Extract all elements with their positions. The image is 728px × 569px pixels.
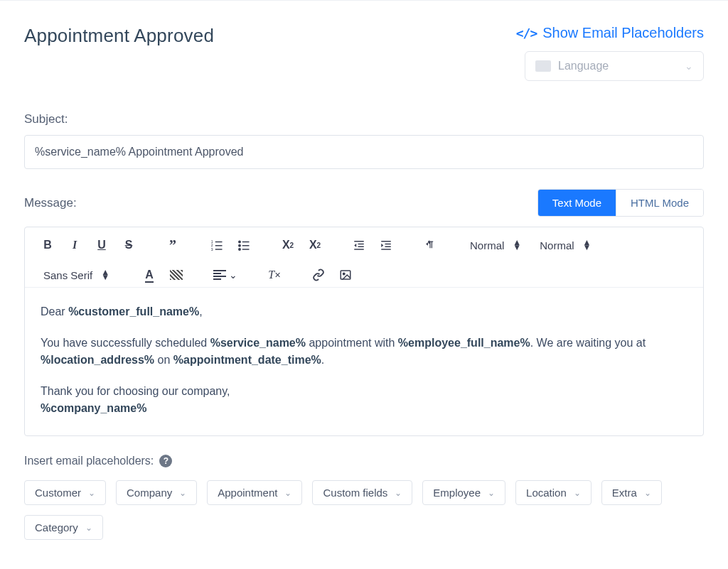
placeholder-pills: Customer⌄ Company⌄ Appointment⌄ Custom f… bbox=[24, 480, 704, 540]
chevron-down-icon: ⌄ bbox=[88, 488, 95, 498]
svg-text:3: 3 bbox=[211, 247, 213, 251]
chevron-down-icon: ⌄ bbox=[488, 488, 495, 498]
sort-icon: ▲▼ bbox=[101, 270, 109, 280]
image-button[interactable] bbox=[336, 264, 355, 286]
subscript-button[interactable]: X2 bbox=[278, 234, 298, 256]
underline-button[interactable]: U bbox=[92, 234, 112, 256]
placeholder-pill-company[interactable]: Company⌄ bbox=[116, 480, 197, 505]
editor-body[interactable]: Dear %customer_full_name%, You have succ… bbox=[25, 288, 703, 435]
sort-icon: ▲▼ bbox=[583, 240, 592, 250]
font-dropdown-label: Sans Serif bbox=[43, 269, 92, 281]
insert-placeholders-label-row: Insert email placeholders: ? bbox=[24, 455, 704, 467]
show-email-placeholders-label: Show Email Placeholders bbox=[542, 25, 704, 41]
placeholder-pill-custom-fields[interactable]: Custom fields⌄ bbox=[312, 480, 412, 505]
svg-point-6 bbox=[239, 241, 240, 242]
text-color-button[interactable]: A bbox=[139, 264, 159, 286]
show-email-placeholders-link[interactable]: </> Show Email Placeholders bbox=[516, 25, 704, 41]
unordered-list-button[interactable] bbox=[234, 234, 254, 256]
heading-dropdown[interactable]: Normal ▲▼ bbox=[464, 234, 527, 256]
chevron-down-icon: ⌄ bbox=[644, 488, 651, 498]
strikethrough-button[interactable]: S bbox=[119, 234, 139, 256]
help-icon[interactable]: ? bbox=[159, 455, 172, 467]
outdent-button[interactable] bbox=[349, 234, 369, 256]
link-button[interactable] bbox=[309, 264, 328, 286]
subject-label: Subject: bbox=[24, 112, 704, 126]
background-color-button[interactable] bbox=[166, 264, 186, 286]
chevron-down-icon: ⌄ bbox=[685, 60, 693, 72]
message-label: Message: bbox=[24, 196, 77, 210]
code-icon: </> bbox=[516, 26, 537, 40]
header-right: </> Show Email Placeholders Language ⌄ bbox=[516, 25, 704, 81]
message-paragraph: Thank you for choosing our company, %com… bbox=[41, 383, 687, 417]
clear-formatting-button[interactable]: T✕ bbox=[264, 264, 284, 286]
placeholder-pill-customer[interactable]: Customer⌄ bbox=[24, 480, 106, 505]
placeholder-pill-location[interactable]: Location⌄ bbox=[515, 480, 592, 505]
svg-rect-21 bbox=[341, 271, 350, 279]
subject-input[interactable] bbox=[24, 135, 704, 169]
language-placeholder: Language bbox=[558, 60, 609, 72]
superscript-button[interactable]: X2 bbox=[305, 234, 325, 256]
align-dropdown[interactable]: ⌄ bbox=[210, 264, 240, 286]
sort-icon: ▲▼ bbox=[513, 240, 521, 250]
message-paragraph: You have successfully scheduled %service… bbox=[41, 335, 687, 369]
editor-mode-tabs: Text Mode HTML Mode bbox=[537, 189, 704, 217]
bold-button[interactable]: B bbox=[38, 234, 58, 256]
placeholder-pill-employee[interactable]: Employee⌄ bbox=[422, 480, 505, 505]
chevron-down-icon: ⌄ bbox=[395, 488, 402, 498]
page-title: Appointment Approved bbox=[24, 25, 214, 47]
chevron-down-icon: ⌄ bbox=[85, 523, 92, 533]
language-select-left: Language bbox=[535, 60, 609, 72]
font-dropdown[interactable]: Sans Serif ▲▼ bbox=[38, 264, 115, 286]
page-container: Appointment Approved </> Show Email Plac… bbox=[0, 1, 728, 568]
blockquote-button[interactable]: ” bbox=[163, 234, 183, 256]
chevron-down-icon: ⌄ bbox=[179, 488, 186, 498]
placeholder-pill-appointment[interactable]: Appointment⌄ bbox=[207, 480, 302, 505]
subject-field: Subject: bbox=[24, 112, 704, 169]
editor-toolbar: B I U S ” 123 X2 X2 bbox=[25, 227, 703, 288]
svg-point-22 bbox=[343, 273, 345, 274]
placeholder-pill-extra[interactable]: Extra⌄ bbox=[601, 480, 662, 505]
italic-button[interactable]: I bbox=[65, 234, 85, 256]
svg-marker-20 bbox=[426, 242, 428, 246]
chevron-down-icon: ⌄ bbox=[284, 488, 291, 498]
page-header: Appointment Approved </> Show Email Plac… bbox=[24, 25, 704, 81]
insert-placeholders-section: Insert email placeholders: ? Customer⌄ C… bbox=[24, 455, 704, 540]
chevron-down-icon: ⌄ bbox=[574, 488, 581, 498]
tab-html-mode[interactable]: HTML Mode bbox=[616, 190, 703, 216]
heading-dropdown-label: Normal bbox=[470, 239, 504, 251]
text-direction-button[interactable] bbox=[420, 234, 440, 256]
flag-icon bbox=[535, 60, 551, 72]
insert-placeholders-label: Insert email placeholders: bbox=[24, 455, 154, 467]
hatch-icon bbox=[170, 270, 183, 280]
rich-text-editor: B I U S ” 123 X2 X2 bbox=[24, 227, 704, 436]
svg-point-10 bbox=[239, 249, 240, 250]
tab-text-mode[interactable]: Text Mode bbox=[538, 190, 616, 216]
size-dropdown[interactable]: Normal ▲▼ bbox=[534, 234, 596, 256]
size-dropdown-label: Normal bbox=[540, 239, 574, 251]
ordered-list-button[interactable]: 123 bbox=[207, 234, 227, 256]
svg-point-8 bbox=[239, 245, 240, 246]
message-paragraph: Dear %customer_full_name%, bbox=[41, 303, 687, 320]
message-header: Message: Text Mode HTML Mode bbox=[24, 189, 704, 217]
placeholder-pill-category[interactable]: Category⌄ bbox=[24, 515, 103, 540]
indent-button[interactable] bbox=[376, 234, 396, 256]
language-select[interactable]: Language ⌄ bbox=[525, 51, 704, 81]
